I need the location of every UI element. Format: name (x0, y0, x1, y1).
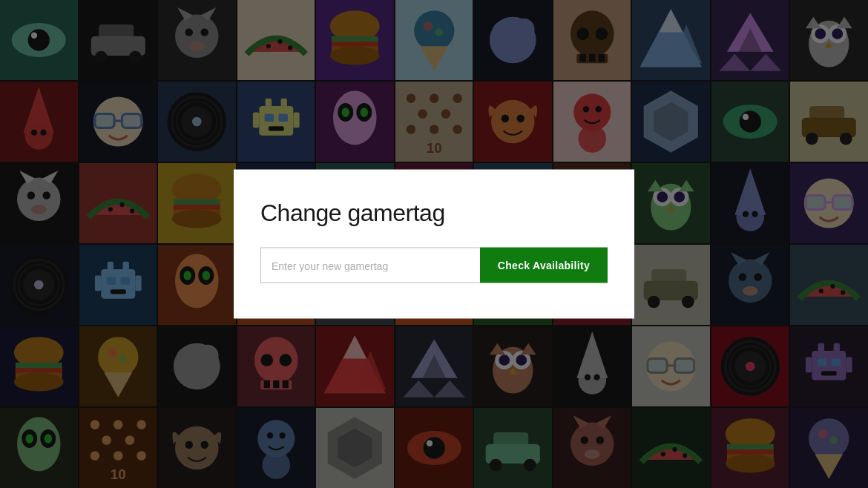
gamertag-input[interactable] (260, 248, 480, 283)
modal-input-row: Check Availability (260, 248, 608, 283)
check-availability-button[interactable]: Check Availability (480, 248, 608, 283)
modal-title: Change gamertag (260, 200, 608, 227)
change-gamertag-modal: Change gamertag Check Availability (234, 170, 634, 319)
